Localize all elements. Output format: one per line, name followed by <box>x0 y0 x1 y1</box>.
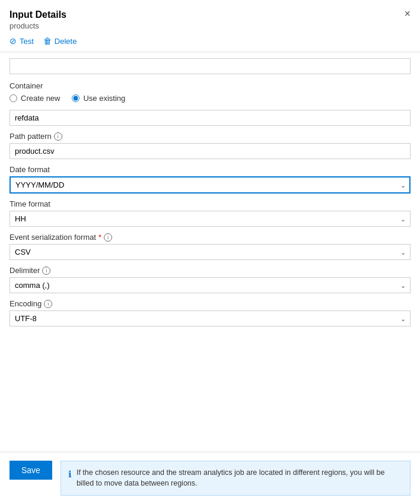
delimiter-group: Delimiter i comma (,) tab semicolon (;) … <box>9 266 411 293</box>
time-format-label: Time format <box>9 199 50 208</box>
delete-label: Delete <box>55 37 77 46</box>
close-button[interactable]: × <box>404 8 411 19</box>
radio-use-existing[interactable]: Use existing <box>72 94 125 103</box>
encoding-info-icon[interactable]: i <box>44 300 52 308</box>
delimiter-select-wrapper: comma (,) tab semicolon (;) pipe (|) spa… <box>9 277 411 293</box>
event-serialization-group: Event serialization format * i CSV JSON … <box>9 233 411 260</box>
date-format-select-wrapper: YYYY/MM/DD MM/DD/YYYY DD/MM/YYYY ⌄ <box>9 176 411 194</box>
date-format-group: Date format YYYY/MM/DD MM/DD/YYYY DD/MM/… <box>9 165 411 194</box>
event-serialization-label-row: Event serialization format * i <box>9 233 411 242</box>
date-format-label-row: Date format <box>9 165 411 174</box>
path-pattern-info-icon[interactable]: i <box>54 132 62 141</box>
panel-title: Input Details <box>9 9 411 20</box>
panel-header: Input Details products × <box>0 0 420 30</box>
radio-existing-input[interactable] <box>72 94 79 102</box>
encoding-select[interactable]: UTF-8 UTF-16 ASCII <box>9 310 411 327</box>
container-label: Container <box>9 81 411 90</box>
scrollable-content: Container Create new Use existing Path p… <box>0 52 420 452</box>
event-serialization-select-wrapper: CSV JSON Avro ⌄ <box>9 244 411 260</box>
path-pattern-label: Path pattern <box>9 132 52 141</box>
test-button[interactable]: ⊘ Test <box>9 35 34 47</box>
time-format-select[interactable]: HH HH:MM HH:MM:SS <box>9 211 411 227</box>
save-button[interactable]: Save <box>9 461 52 480</box>
footer: Save ℹ If the chosen resource and the st… <box>0 452 420 505</box>
container-radio-group: Create new Use existing <box>9 94 411 103</box>
refdata-input[interactable] <box>9 110 411 126</box>
event-serialization-info-icon[interactable]: i <box>104 233 112 242</box>
path-pattern-label-row: Path pattern i <box>9 132 411 141</box>
date-format-label: Date format <box>9 165 50 174</box>
time-format-label-row: Time format <box>9 199 411 208</box>
delimiter-label: Delimiter <box>9 266 40 275</box>
path-pattern-input[interactable] <box>9 143 411 159</box>
test-icon: ⊘ <box>9 36 17 46</box>
toolbar: ⊘ Test 🗑 Delete <box>0 30 420 52</box>
input-details-panel: Input Details products × ⊘ Test 🗑 Delete… <box>0 0 420 504</box>
refdata-group <box>9 110 411 126</box>
event-serialization-label: Event serialization format <box>9 233 96 242</box>
time-format-select-wrapper: HH HH:MM HH:MM:SS ⌄ <box>9 211 411 227</box>
radio-create-input[interactable] <box>9 94 17 102</box>
delete-icon: 🗑 <box>43 36 52 46</box>
encoding-label-row: Encoding i <box>9 299 411 308</box>
info-box: ℹ If the chosen resource and the stream … <box>61 461 411 496</box>
radio-create-label: Create new <box>21 94 60 103</box>
info-box-text: If the chosen resource and the stream an… <box>77 467 403 490</box>
delimiter-select[interactable]: comma (,) tab semicolon (;) pipe (|) spa… <box>9 277 411 293</box>
event-serialization-required: * <box>98 233 101 242</box>
test-label: Test <box>20 37 34 46</box>
date-format-select[interactable]: YYYY/MM/DD MM/DD/YYYY DD/MM/YYYY <box>9 176 411 194</box>
encoding-select-wrapper: UTF-8 UTF-16 ASCII ⌄ <box>9 310 411 327</box>
top-hidden-input[interactable] <box>9 58 411 74</box>
delimiter-info-icon[interactable]: i <box>42 267 50 275</box>
path-pattern-group: Path pattern i <box>9 132 411 159</box>
encoding-label: Encoding <box>9 299 42 308</box>
panel-subtitle: products <box>9 21 411 30</box>
delimiter-label-row: Delimiter i <box>9 266 411 275</box>
info-box-icon: ℹ <box>68 468 72 481</box>
radio-create-new[interactable]: Create new <box>9 94 60 103</box>
time-format-group: Time format HH HH:MM HH:MM:SS ⌄ <box>9 199 411 227</box>
encoding-group: Encoding i UTF-8 UTF-16 ASCII ⌄ <box>9 299 411 327</box>
event-serialization-select[interactable]: CSV JSON Avro <box>9 244 411 260</box>
container-section: Container Create new Use existing <box>9 81 411 103</box>
delete-button[interactable]: 🗑 Delete <box>43 35 77 47</box>
radio-existing-label: Use existing <box>83 94 125 103</box>
